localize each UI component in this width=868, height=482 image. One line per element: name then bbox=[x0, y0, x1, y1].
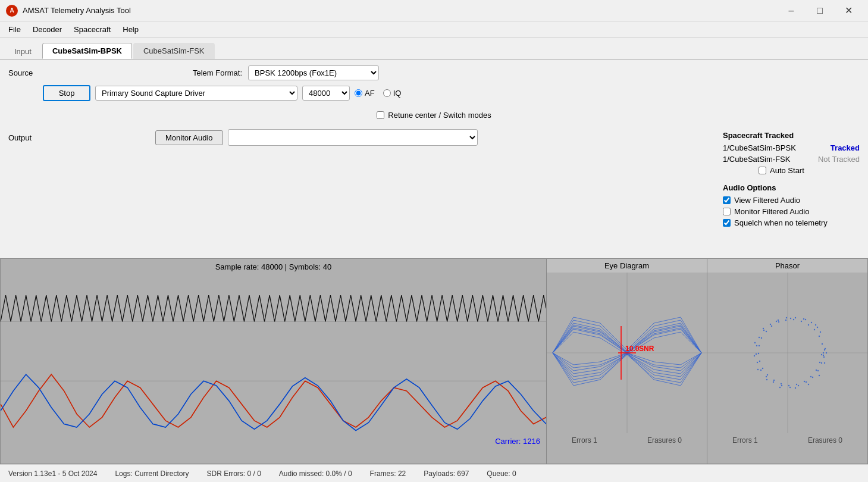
sample-rate-dropdown[interactable]: 48000 bbox=[302, 86, 350, 101]
svg-point-35 bbox=[810, 376, 811, 377]
svg-point-60 bbox=[798, 385, 799, 386]
iq-radio[interactable]: IQ bbox=[383, 89, 402, 98]
eye-errors: Errors 1 bbox=[572, 436, 597, 445]
audio-option-squelch: Squelch when no telemetry bbox=[723, 218, 860, 227]
app-title: AMSAT Telemetry Analysis Tool bbox=[23, 6, 131, 15]
tracked-fsk-name: 1/CubeSatSim-FSK bbox=[723, 155, 790, 164]
eye-diagram-title: Eye Diagram bbox=[547, 259, 707, 273]
svg-point-21 bbox=[778, 321, 779, 323]
svg-point-44 bbox=[811, 322, 812, 323]
app-icon: A bbox=[6, 5, 18, 17]
svg-point-74 bbox=[757, 369, 759, 370]
monitor-audio-button[interactable]: Monitor Audio bbox=[155, 130, 223, 145]
svg-point-58 bbox=[781, 385, 782, 386]
svg-point-26 bbox=[758, 353, 759, 354]
svg-point-41 bbox=[823, 356, 825, 358]
frames-label: Frames: 22 bbox=[370, 470, 406, 478]
svg-point-14 bbox=[822, 343, 823, 345]
tracked-row-fsk: 1/CubeSatSim-FSK Not Tracked bbox=[723, 155, 860, 164]
menu-bar: File Decoder Spacecraft Help bbox=[0, 21, 868, 38]
view-filtered-checkbox[interactable] bbox=[723, 196, 731, 204]
source-label: Source bbox=[8, 68, 38, 77]
svg-point-50 bbox=[763, 330, 764, 331]
svg-point-47 bbox=[786, 317, 787, 318]
minimize-button[interactable]: – bbox=[778, 1, 805, 20]
phasor-errors: Errors 1 bbox=[732, 436, 758, 445]
svg-point-28 bbox=[762, 368, 763, 369]
svg-point-52 bbox=[756, 345, 757, 346]
stop-button[interactable]: Stop bbox=[43, 85, 90, 101]
svg-point-13 bbox=[823, 352, 824, 353]
telem-format-label: Telem Format: bbox=[193, 68, 242, 77]
svg-point-67 bbox=[815, 324, 816, 325]
menu-spacecraft[interactable]: Spacecraft bbox=[68, 23, 117, 36]
title-bar: A AMSAT Telemetry Analysis Tool – □ ✕ bbox=[0, 0, 868, 21]
svg-point-24 bbox=[761, 337, 762, 339]
tab-input: Input bbox=[5, 44, 41, 59]
close-button[interactable]: ✕ bbox=[835, 1, 862, 20]
svg-point-64 bbox=[821, 362, 822, 364]
phasor-erasures: Erasures 0 bbox=[808, 436, 842, 445]
af-radio[interactable]: AF bbox=[355, 89, 375, 98]
svg-point-78 bbox=[808, 384, 809, 385]
svg-point-23 bbox=[766, 331, 767, 332]
svg-point-76 bbox=[779, 387, 781, 388]
svg-point-25 bbox=[759, 345, 760, 346]
auto-start-checkbox[interactable] bbox=[759, 167, 766, 174]
svg-point-57 bbox=[773, 381, 774, 383]
svg-point-65 bbox=[823, 355, 824, 356]
sound-driver-dropdown[interactable]: Primary Sound Capture Driver bbox=[95, 86, 297, 101]
svg-rect-0 bbox=[1, 259, 546, 464]
telem-format-dropdown[interactable]: BPSK 1200bps (Fox1E) bbox=[248, 65, 379, 80]
svg-point-49 bbox=[770, 324, 771, 325]
svg-point-54 bbox=[757, 362, 758, 363]
monitor-audio-dropdown[interactable] bbox=[228, 129, 478, 146]
svg-point-30 bbox=[773, 380, 775, 381]
menu-help[interactable]: Help bbox=[117, 23, 145, 36]
svg-point-16 bbox=[814, 329, 815, 330]
monitor-filtered-label: Monitor Filtered Audio bbox=[734, 207, 809, 216]
svg-point-53 bbox=[756, 353, 757, 355]
phasor-panel: Phasor bbox=[707, 259, 867, 464]
svg-point-56 bbox=[766, 376, 767, 377]
tracked-bpsk-status: Tracked bbox=[831, 143, 860, 152]
svg-text:10.0: 10.0 bbox=[625, 345, 640, 353]
logs-label: Logs: Current Directory bbox=[115, 470, 189, 478]
squelch-checkbox[interactable] bbox=[723, 219, 731, 227]
phasor-footer: Errors 1 Erasures 0 bbox=[707, 435, 867, 446]
svg-point-77 bbox=[795, 387, 796, 389]
right-panel: Spacecraft Tracked 1/CubeSatSim-BPSK Tra… bbox=[723, 131, 860, 230]
sdr-errors-label: SDR Errors: 0 / 0 bbox=[206, 470, 261, 478]
svg-point-66 bbox=[825, 348, 826, 349]
svg-point-42 bbox=[820, 331, 821, 333]
squelch-label: Squelch when no telemetry bbox=[734, 218, 828, 227]
spacecraft-tracked-title: Spacecraft Tracked bbox=[723, 131, 860, 140]
eye-erasures: Erasures 0 bbox=[647, 436, 682, 445]
svg-point-34 bbox=[804, 381, 805, 382]
svg-point-59 bbox=[789, 387, 791, 388]
viz-container: Sample rate: 48000 | Symbols: 40 Carrier… bbox=[0, 258, 868, 464]
af-iq-group: AF IQ bbox=[355, 89, 401, 98]
svg-point-62 bbox=[812, 377, 813, 378]
menu-decoder[interactable]: Decoder bbox=[27, 23, 68, 36]
svg-point-29 bbox=[767, 374, 768, 375]
audio-options-title: Audio Options bbox=[723, 183, 860, 192]
audio-option-monitor-filtered: Monitor Filtered Audio bbox=[723, 207, 860, 216]
eye-diagram: Eye Diagram bbox=[546, 259, 707, 464]
tracked-row-bpsk: 1/CubeSatSim-BPSK Tracked bbox=[723, 143, 860, 152]
svg-point-19 bbox=[793, 319, 794, 320]
svg-point-27 bbox=[759, 361, 760, 362]
tab-cubesatsim-fsk[interactable]: CubeSatSim-FSK bbox=[133, 43, 215, 59]
maximize-button[interactable]: □ bbox=[806, 1, 833, 20]
retune-checkbox[interactable]: Retune center / Switch modes bbox=[377, 111, 491, 120]
tracked-bpsk-name: 1/CubeSatSim-BPSK bbox=[723, 143, 796, 152]
phasor-svg bbox=[707, 273, 867, 433]
svg-point-75 bbox=[766, 379, 767, 380]
svg-point-72 bbox=[754, 342, 756, 343]
auto-start-label: Auto Start bbox=[770, 166, 804, 175]
view-filtered-label: View Filtered Audio bbox=[734, 196, 800, 205]
monitor-filtered-checkbox[interactable] bbox=[723, 208, 731, 215]
tab-cubesatsim-bpsk[interactable]: CubeSatSim-BPSK bbox=[42, 43, 132, 59]
menu-file[interactable]: File bbox=[2, 23, 27, 36]
svg-point-18 bbox=[801, 321, 802, 322]
